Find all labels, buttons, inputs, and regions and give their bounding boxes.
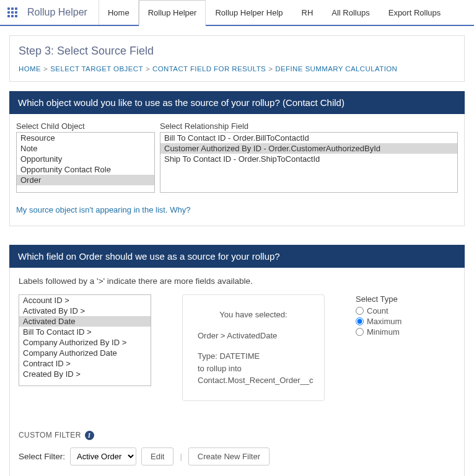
tab-rh[interactable]: RH [292, 0, 323, 25]
type-option-minimum[interactable]: Minimum [356, 327, 402, 337]
relationship-field-label: Select Relationship Field [160, 121, 458, 131]
selection-type-block: Type: DATETIME to rollup into Contact.Mo… [198, 350, 309, 387]
page-header: Step 3: Select Source Field HOME>SELECT … [9, 35, 465, 82]
fields-hint: Labels followed by a '>' indicate there … [19, 276, 455, 286]
select-filter-label: Select Filter: [19, 452, 65, 461]
list-item[interactable]: Bill To Contact ID - Order.BillToContact… [160, 133, 457, 143]
app-title: Rollup Helper [25, 0, 99, 25]
relationship-field-list[interactable]: Bill To Contact ID - Order.BillToContact… [160, 132, 458, 193]
list-item[interactable]: Activated Date [19, 316, 151, 327]
list-item[interactable]: Order [17, 175, 154, 185]
custom-filter-title: CUSTOM FILTER [19, 431, 81, 439]
list-item[interactable]: Bill To Contact ID > [19, 327, 151, 337]
list-item[interactable]: Company Authorized Date [19, 348, 151, 358]
list-item[interactable]: Note [17, 143, 154, 154]
tab-all-rollups[interactable]: All Rollups [322, 0, 379, 25]
custom-filter-section: CUSTOM FILTER i Select Filter: Active Or… [16, 431, 458, 465]
source-object-panel: Select Child Object ResourceNoteOpportun… [9, 114, 465, 226]
list-item[interactable]: Account ID > [19, 295, 151, 306]
list-item[interactable]: Resource [17, 133, 154, 143]
tab-rollup-helper-help[interactable]: Rollup Helper Help [206, 0, 292, 25]
list-item[interactable]: Opportunity Contact Role [17, 164, 154, 175]
info-icon[interactable]: i [85, 431, 94, 440]
top-nav: Rollup Helper HomeRollup HelperRollup He… [0, 0, 474, 26]
divider: | [178, 452, 183, 461]
page-title: Step 3: Select Source Field [19, 45, 455, 58]
app-launcher-icon[interactable] [0, 0, 25, 25]
selection-summary: You have selected: Order > ActivatedDate… [182, 294, 325, 401]
edit-filter-button[interactable]: Edit [141, 447, 173, 465]
breadcrumb-item[interactable]: DEFINE SUMMARY CALCULATION [275, 65, 397, 73]
tab-home[interactable]: Home [99, 0, 139, 25]
select-type-label: Select Type [356, 294, 402, 304]
list-item[interactable]: Ship To Contact ID - Order.ShipToContact… [160, 154, 457, 164]
breadcrumb-item[interactable]: CONTACT FIELD FOR RESULTS [152, 65, 266, 73]
source-field-panel: Labels followed by a '>' indicate there … [9, 268, 465, 476]
list-item[interactable]: Contract ID > [19, 358, 151, 369]
breadcrumb-item[interactable]: HOME [19, 65, 41, 73]
type-option-count[interactable]: Count [356, 306, 402, 315]
list-item[interactable]: Opportunity [17, 154, 154, 164]
tab-rollup-helper[interactable]: Rollup Helper [139, 0, 206, 26]
selection-intro: You have selected: [198, 309, 309, 321]
source-field-list[interactable]: Account ID >Activated By ID >Activated D… [19, 294, 151, 386]
create-filter-button[interactable]: Create New Filter [188, 447, 270, 465]
list-item[interactable]: Created By ID > [19, 369, 151, 379]
type-option-maximum[interactable]: Maximum [356, 317, 402, 326]
selection-path: Order > ActivatedDate [198, 330, 309, 342]
tab-export-rollups[interactable]: Export Rollups [379, 0, 450, 25]
select-type-group: Select Type CountMaximumMinimum [356, 294, 402, 338]
list-item[interactable]: Activated By ID > [19, 306, 151, 316]
nav-tabs: HomeRollup HelperRollup Helper HelpRHAll… [99, 0, 450, 25]
breadcrumb: HOME>SELECT TARGET OBJECT>CONTACT FIELD … [19, 65, 455, 73]
section-source-field-heading: Which field on Order should we use as a … [9, 245, 465, 268]
filter-select[interactable]: Active Order [70, 447, 136, 465]
child-object-label: Select Child Object [16, 121, 155, 131]
section-source-object-heading: Which object would you like to use as th… [9, 91, 465, 114]
child-object-list[interactable]: ResourceNoteOpportunityOpportunity Conta… [16, 132, 155, 193]
breadcrumb-item[interactable]: SELECT TARGET OBJECT [50, 65, 143, 73]
list-item[interactable]: Customer Authorized By ID - Order.Custom… [160, 143, 457, 154]
source-help-link[interactable]: My source object isn't appearing in the … [16, 205, 458, 214]
list-item[interactable]: Company Authorized By ID > [19, 337, 151, 348]
